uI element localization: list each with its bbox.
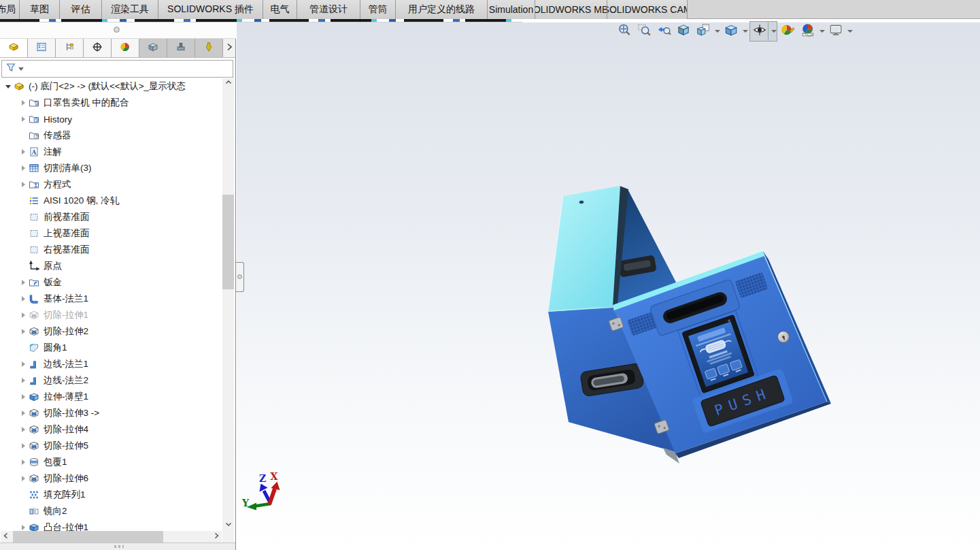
tree-item[interactable]: 切除-拉伸3 -> (0, 405, 222, 421)
tree-item[interactable]: 边线-法兰2 (0, 372, 222, 389)
tree-item[interactable]: 切除-拉伸5 (0, 438, 222, 454)
tree-vertical-scrollbar[interactable] (222, 78, 234, 531)
sensors-folder-icon (29, 130, 41, 141)
apply-scene-button[interactable] (798, 22, 817, 41)
ribbon-tab-11[interactable]: SOLIDWORKS CAM (607, 0, 688, 19)
tree-item[interactable]: 切除-拉伸1 (0, 307, 222, 323)
tree-item[interactable]: 前视基准面 (0, 209, 222, 225)
cam-operation-tree-tab[interactable] (167, 39, 195, 57)
scroll-right-button[interactable] (211, 531, 222, 543)
tree-horizontal-scrollbar[interactable] (1, 531, 222, 543)
tree-item[interactable]: 边线-法兰1 (0, 356, 222, 372)
filter-dropdown-arrow[interactable] (18, 67, 24, 71)
ribbon-tab-3[interactable]: 渲染工具 (102, 0, 158, 19)
expand-arrow-icon[interactable] (18, 100, 29, 106)
tree-item[interactable]: 口罩售卖机 中的配合 (0, 95, 222, 111)
zoom-fit-button[interactable] (615, 22, 633, 41)
view-orientation-dropdown[interactable] (712, 22, 720, 41)
graphics-viewport[interactable]: PUSH (237, 22, 980, 550)
expand-arrow-icon[interactable] (18, 378, 29, 383)
view-settings-dropdown[interactable] (845, 22, 853, 41)
tree-filter-box[interactable] (1, 60, 233, 78)
apply-scene-dropdown[interactable] (817, 22, 825, 41)
collapse-arrow-icon[interactable] (3, 85, 14, 88)
view-settings-button[interactable] (826, 22, 845, 41)
configurationmanager-tab[interactable] (56, 39, 84, 57)
tree-item[interactable]: 拉伸-薄壁1 (0, 389, 222, 405)
zoom-area-button[interactable] (635, 22, 653, 41)
expand-arrow-icon[interactable] (18, 410, 29, 416)
edit-appearance-button[interactable] (779, 22, 797, 41)
expand-arrow-icon[interactable] (18, 427, 29, 432)
tree-item[interactable]: 切除-拉伸2 (0, 323, 222, 340)
expand-arrow-icon[interactable] (18, 280, 29, 285)
hide-show-items-button[interactable] (750, 22, 768, 41)
displaymanager-tab[interactable] (112, 39, 139, 57)
ribbon-tab-1[interactable]: 草图 (20, 0, 60, 19)
view-orientation-button[interactable] (694, 22, 712, 41)
tree-item[interactable]: 填充阵列1 (0, 487, 222, 503)
dimxpertmanager-tab[interactable] (84, 39, 112, 57)
ribbon-tab-2[interactable]: 评估 (60, 0, 102, 19)
expand-arrow-icon[interactable] (18, 476, 29, 481)
expand-arrow-icon[interactable] (18, 149, 29, 155)
cam-tools-tab[interactable] (195, 39, 223, 57)
tree-item[interactable]: 包覆1 (0, 454, 222, 470)
view-orientation-icon (696, 22, 711, 40)
expand-arrow-icon[interactable] (18, 525, 29, 530)
expand-arrow-icon[interactable] (18, 296, 29, 302)
scroll-left-button[interactable] (1, 531, 12, 543)
tree-item[interactable]: 镜向2 (0, 503, 222, 519)
expand-arrow-icon[interactable] (18, 443, 29, 449)
ribbon-tab-6[interactable]: 管道设计 (297, 0, 360, 19)
tree-item[interactable]: History (0, 111, 222, 127)
ribbon-pin-handle[interactable] (114, 27, 120, 33)
vertical-scroll-thumb[interactable] (222, 195, 234, 289)
tree-item[interactable]: (-) 底门<2> -> (默认<<默认>_显示状态 (0, 78, 222, 95)
display-style-dropdown[interactable] (740, 22, 748, 41)
hide-show-items-dropdown[interactable] (768, 22, 777, 41)
ribbon-tab-9[interactable]: Simulation (488, 0, 535, 19)
ribbon-tab-0[interactable]: 布局 (0, 0, 20, 19)
expand-arrow-icon[interactable] (18, 459, 29, 465)
tree-item[interactable]: 钣金 (0, 274, 222, 291)
panel-resize-gripper[interactable] (114, 545, 124, 548)
tree-item[interactable]: 传感器 (0, 127, 222, 144)
propertymanager-tab[interactable] (28, 39, 56, 57)
tree-item[interactable]: 上视基准面 (0, 225, 222, 242)
expand-arrow-icon[interactable] (18, 116, 29, 122)
section-view-button[interactable] (674, 22, 692, 41)
ribbon-tab-7[interactable]: 管筒 (360, 0, 396, 19)
display-style-button[interactable] (722, 22, 740, 41)
horizontal-scroll-thumb[interactable] (13, 531, 163, 543)
scroll-up-button[interactable] (222, 78, 234, 89)
ribbon-tab-10[interactable]: SOLIDWORKS MBD (535, 0, 607, 19)
tree-item[interactable]: A注解 (0, 144, 222, 160)
tree-item[interactable]: 切除-拉伸4 (0, 421, 222, 438)
expand-arrow-icon[interactable] (18, 394, 29, 400)
expand-arrow-icon[interactable] (18, 165, 29, 171)
tree-item[interactable]: 右视基准面 (0, 242, 222, 258)
tree-item[interactable]: 原点 (0, 258, 222, 274)
tree-item[interactable]: 切除-拉伸6 (0, 470, 222, 487)
expand-arrow-icon[interactable] (18, 329, 29, 334)
ribbon-tab-8[interactable]: 用户定义的线路 (396, 0, 488, 19)
cam-feature-tree-tab[interactable] (139, 39, 167, 57)
expand-arrow-icon[interactable] (18, 361, 29, 367)
expand-arrow-icon[interactable] (18, 182, 29, 187)
tree-item[interactable]: 凸台-拉伸1 (0, 519, 222, 531)
expand-arrow-icon[interactable] (18, 312, 29, 318)
previous-view-button[interactable] (654, 22, 673, 41)
ribbon-tab-5[interactable]: 电气 (263, 0, 297, 19)
ribbon-tab-4[interactable]: SOLIDWORKS 插件 (158, 0, 263, 19)
tree-item[interactable]: 基体-法兰1 (0, 291, 222, 307)
tree-item[interactable]: 圆角1 (0, 340, 222, 356)
panel-splitter-handle[interactable] (236, 262, 244, 292)
headsup-view-toolbar (615, 20, 854, 42)
tree-item[interactable]: AISI 1020 钢, 冷轧 (0, 193, 222, 209)
tree-item[interactable]: 切割清单(3) (0, 160, 222, 176)
more-manager-tabs-button[interactable] (223, 39, 235, 57)
scroll-down-button[interactable] (222, 520, 234, 531)
featuremanager-tree-tab[interactable] (0, 39, 28, 57)
tree-item[interactable]: Σ方程式 (0, 176, 222, 193)
